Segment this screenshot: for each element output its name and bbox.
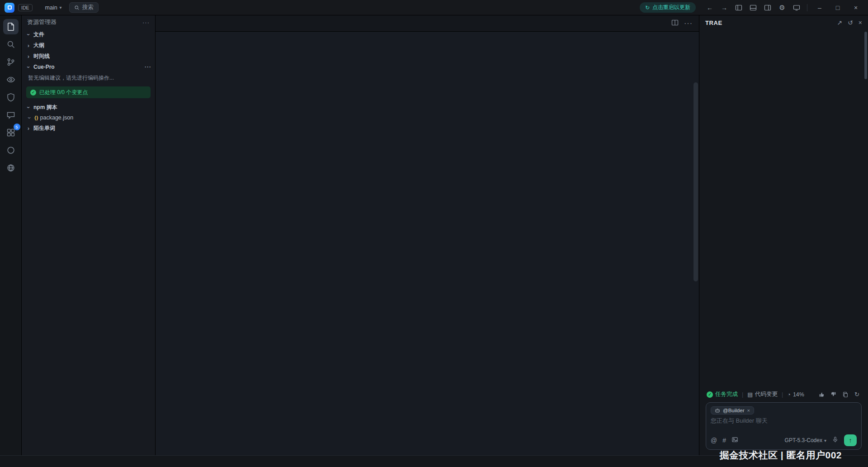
code-editor[interactable] xyxy=(156,43,699,455)
thumbs-down-icon[interactable] xyxy=(830,391,837,398)
close-panel-icon[interactable]: × xyxy=(859,19,862,26)
regenerate-icon[interactable]: ↻ xyxy=(853,391,861,398)
mic-icon[interactable] xyxy=(832,436,839,444)
unknown-words-section-header[interactable]: › 陌生单词 xyxy=(22,123,155,133)
open-external-icon[interactable]: ↗ xyxy=(837,19,842,26)
send-button[interactable]: ↑ xyxy=(844,434,857,446)
close-window-button[interactable]: × xyxy=(848,2,863,13)
chevron-down-icon: ▾ xyxy=(60,5,62,10)
clipped-line xyxy=(156,43,699,49)
model-selector[interactable]: GPT-5.3-Codex ▾ xyxy=(785,437,826,443)
task-complete-status: ✓ 任务完成 xyxy=(707,391,738,398)
chevron-icon: › xyxy=(25,53,32,60)
panel-scrollbar-thumb[interactable] xyxy=(864,32,867,79)
timeline-section-header[interactable]: › 时间线 xyxy=(22,51,155,62)
restart-update-badge[interactable]: ↻ 点击重启以更新 xyxy=(640,2,696,13)
json-icon: {} xyxy=(34,115,38,120)
builder-agent-chip[interactable]: @Builder × xyxy=(711,406,754,415)
chat-input[interactable] xyxy=(711,417,857,433)
more-actions-icon[interactable]: ··· xyxy=(145,64,151,70)
code-changes-button[interactable]: ▤ 代码变更 xyxy=(747,391,778,398)
files-section-header[interactable]: › 文件 xyxy=(22,29,155,40)
chevron-icon: › xyxy=(25,31,32,38)
ide-badge: IDE xyxy=(18,4,33,11)
cuepro-progress[interactable]: ✓ 已处理 0/0 个变更点 xyxy=(26,86,151,98)
security-shield-icon[interactable] xyxy=(3,90,19,105)
gauge-icon: ◔ xyxy=(787,391,791,398)
cuepro-section-header[interactable]: › Cue-Pro ··· xyxy=(22,62,155,72)
source-control-icon[interactable] xyxy=(3,54,19,70)
main-layout: 5 资源管理器 ··· › 文件 › 大纲 › 时间线 xyxy=(0,15,868,455)
remove-chip-icon[interactable]: × xyxy=(747,408,750,413)
more-actions-icon[interactable]: ··· xyxy=(684,19,693,28)
screen-share-icon[interactable] xyxy=(791,2,802,13)
diff-icon: ▤ xyxy=(747,391,753,398)
global-search[interactable]: 搜索 xyxy=(69,2,99,13)
sidebar-explorer: 资源管理器 ··· › 文件 › 大纲 › 时间线 › Cue-Pro ··· xyxy=(22,15,156,455)
mention-icon[interactable]: @ xyxy=(711,437,717,444)
trae-title: TRAE xyxy=(705,19,722,26)
plugin-circle-icon[interactable] xyxy=(3,143,19,158)
tab-actions: ··· xyxy=(665,15,699,31)
npm-scripts-section-header[interactable]: › npm 脚本 xyxy=(22,102,155,113)
minimize-button[interactable]: – xyxy=(812,2,827,13)
context-chips: @Builder × xyxy=(711,406,857,415)
title-bar-left: IDE main ▾ 搜索 xyxy=(5,2,99,13)
ide-window: IDE main ▾ 搜索 ↻ 点击重启以更新 ← → ⚙ – xyxy=(0,0,868,467)
settings-gear-icon[interactable]: ⚙ xyxy=(776,2,788,13)
explorer-title: 资源管理器 xyxy=(27,18,57,26)
composer: @Builder × @ # GPT-5.3-Codex ▾ xyxy=(706,402,862,450)
search-icon xyxy=(74,5,80,10)
chevron-icon: › xyxy=(25,104,32,110)
hashtag-icon[interactable]: # xyxy=(722,437,726,444)
image-attach-icon[interactable] xyxy=(731,436,738,444)
breadcrumb xyxy=(156,32,699,43)
trae-logo-icon xyxy=(5,3,14,13)
extensions-badge: 5 xyxy=(14,124,20,130)
back-icon[interactable]: ← xyxy=(704,2,716,13)
more-actions-icon[interactable]: ··· xyxy=(142,19,150,26)
branch-selector[interactable]: main ▾ xyxy=(45,5,62,11)
panel-left-icon[interactable] xyxy=(733,2,745,13)
chat-input-box[interactable]: @Builder × @ # GPT-5.3-Codex ▾ xyxy=(706,402,862,450)
search-icon[interactable] xyxy=(3,37,19,52)
chevron-icon: › xyxy=(25,125,32,132)
globe-icon[interactable] xyxy=(3,160,19,176)
editor-group: ··· xyxy=(156,15,699,455)
copy-icon[interactable] xyxy=(841,391,849,398)
activity-bar: 5 xyxy=(0,15,22,455)
trae-panel-header: TRAE ↗ ↺ × xyxy=(699,15,868,30)
explorer-icon[interactable] xyxy=(3,19,19,34)
message-status-row: ✓ 任务完成 | ▤ 代码变更 | ◔ 14% ↻ xyxy=(699,386,868,401)
panel-bottom-icon[interactable] xyxy=(747,2,759,13)
trae-header-icons: ↗ ↺ × xyxy=(837,19,862,26)
thumbs-up-icon[interactable] xyxy=(818,391,826,398)
cuepro-empty-text: 暂无编辑建议，请先进行编码操作... xyxy=(22,72,155,84)
branch-name: main xyxy=(45,5,57,11)
watermark: 掘金技术社区 | 匿名用户002 xyxy=(719,449,842,462)
divider xyxy=(807,4,807,11)
tab-bar: ··· xyxy=(156,15,699,32)
robot-icon xyxy=(715,408,720,413)
scrollbar-thumb[interactable] xyxy=(693,82,698,281)
extensions-icon[interactable]: 5 xyxy=(3,125,19,140)
check-icon: ✓ xyxy=(707,391,713,398)
chat-history xyxy=(699,30,868,386)
package-json-item[interactable]: › {} package.json xyxy=(22,113,155,123)
context-usage: ◔ 14% xyxy=(787,391,804,398)
chevron-icon: › xyxy=(25,42,32,49)
chevron-down-icon: ▾ xyxy=(824,438,826,443)
chat-icon[interactable] xyxy=(3,107,19,123)
forward-icon[interactable]: → xyxy=(718,2,730,13)
search-label: 搜索 xyxy=(82,4,94,11)
outline-section-header[interactable]: › 大纲 xyxy=(22,40,155,51)
maximize-button[interactable]: □ xyxy=(830,2,845,13)
check-icon: ✓ xyxy=(30,90,36,95)
panel-right-icon[interactable] xyxy=(762,2,774,13)
editor-scrollbar[interactable] xyxy=(693,43,699,455)
history-icon[interactable]: ↺ xyxy=(848,19,853,26)
split-editor-icon[interactable] xyxy=(671,19,679,28)
title-bar-right: ↻ 点击重启以更新 ← → ⚙ – □ × xyxy=(640,2,863,13)
preview-eye-icon[interactable] xyxy=(3,72,19,87)
title-bar: IDE main ▾ 搜索 ↻ 点击重启以更新 ← → ⚙ – xyxy=(0,0,868,15)
